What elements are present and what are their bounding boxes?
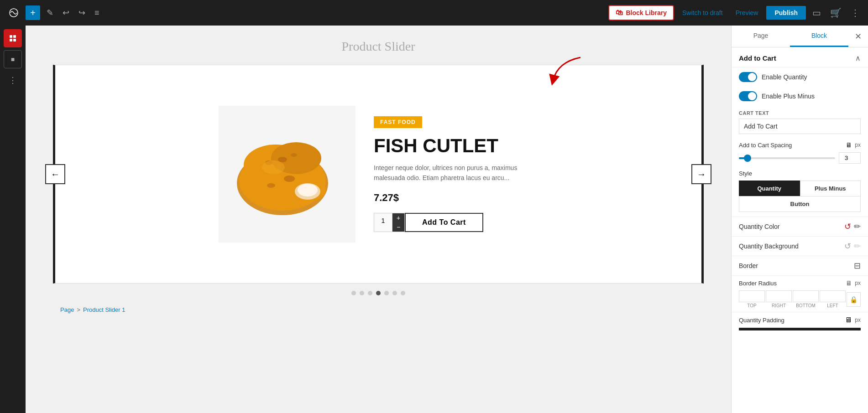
padding-label: Quantity Padding xyxy=(739,317,842,324)
dot-6[interactable] xyxy=(392,291,397,295)
br-bottom-label: BOTTOM xyxy=(796,303,816,308)
right-panel: Page Block ✕ Add to Cart ∧ Enable Quanti… xyxy=(731,26,868,413)
style-quantity-button[interactable]: Quantity xyxy=(739,181,800,196)
svg-rect-1 xyxy=(10,35,12,38)
spacing-unit: px xyxy=(855,142,861,148)
enable-quantity-row: Enable Quantity xyxy=(732,67,868,87)
section-title: Add to Cart xyxy=(739,54,776,62)
style-button-button[interactable]: Button xyxy=(739,196,861,212)
br-right-label: RIGHT xyxy=(772,303,786,308)
enable-quantity-label: Enable Quantity xyxy=(762,73,807,81)
product-slider-frame: ← → xyxy=(53,65,704,284)
sidebar-block-icon[interactable] xyxy=(4,29,22,47)
menu-button[interactable]: ≡ xyxy=(92,6,102,20)
cart-text-label: CART TEXT xyxy=(739,110,861,116)
product-content: FAST FOOD FISH CUTLET Integer neque dolo… xyxy=(191,88,565,261)
wp-logo xyxy=(5,5,22,21)
panel-header: Page Block ✕ xyxy=(732,26,868,47)
page-title: Product Slider xyxy=(53,39,704,54)
br-top-label: TOP xyxy=(747,303,756,308)
tab-page[interactable]: Page xyxy=(732,26,790,47)
border-label: Border xyxy=(739,262,758,269)
cart-text-input[interactable] xyxy=(739,119,861,134)
sidebar-toggle-button[interactable]: ▭ xyxy=(810,5,824,20)
breadcrumb: Page > Product Slider 1 xyxy=(53,303,704,317)
product-info: FAST FOOD FISH CUTLET Integer neque dolo… xyxy=(374,116,538,232)
dot-1[interactable] xyxy=(351,291,356,295)
quantity-plus-button[interactable]: + xyxy=(392,213,404,222)
publish-button[interactable]: Publish xyxy=(766,6,806,20)
style-section: Style Quantity Plus Minus Button xyxy=(732,165,868,217)
cart-icon-button[interactable]: 🛒 xyxy=(827,5,844,20)
br-unit: px xyxy=(855,280,861,286)
product-price: 7.27$ xyxy=(374,192,538,204)
block-library-icon: 🛍 xyxy=(616,9,623,17)
enable-plus-minus-toggle[interactable] xyxy=(739,91,757,101)
product-description: Integer neque dolor, ultrices non purus … xyxy=(374,163,538,183)
spacing-slider-track[interactable] xyxy=(739,155,835,162)
quantity-box: 1 + − xyxy=(374,213,405,232)
border-settings-button[interactable]: ⊟ xyxy=(854,261,861,271)
tab-block[interactable]: Block xyxy=(790,26,848,47)
product-tag: FAST FOOD xyxy=(374,116,422,128)
panel-close-button[interactable]: ✕ xyxy=(848,26,868,47)
enable-plus-minus-row: Enable Plus Minus xyxy=(732,87,868,106)
border-row: Border ⊟ xyxy=(732,256,868,275)
quantity-bg-row: Quantity Background ↺ ✏ xyxy=(732,236,868,256)
svg-rect-3 xyxy=(10,39,12,41)
next-slide-button[interactable]: → xyxy=(691,164,711,184)
enable-quantity-toggle[interactable] xyxy=(739,72,757,82)
sidebar-layout-icon[interactable]: ■ xyxy=(4,50,22,68)
topbar: + ✎ ↩ ↪ ≡ 🛍 Block Library Switch to draf… xyxy=(0,0,868,26)
redo-button[interactable]: ↪ xyxy=(76,6,88,20)
border-radius-section: Border Radius 🖥 px TOP RIGHT BO xyxy=(732,275,868,312)
br-device-icon: 🖥 xyxy=(846,279,852,287)
tools-button[interactable]: ✎ xyxy=(44,6,56,20)
dot-7[interactable] xyxy=(401,291,405,295)
padding-header: Quantity Padding 🖥 px xyxy=(739,316,861,324)
quantity-bg-reset-button[interactable]: ↺ xyxy=(844,241,851,251)
dot-5[interactable] xyxy=(384,291,389,295)
br-top-input[interactable] xyxy=(739,290,765,302)
block-library-button[interactable]: 🛍 Block Library xyxy=(608,5,674,21)
quantity-color-edit-button[interactable]: ✏ xyxy=(854,222,861,232)
quantity-color-reset-button[interactable]: ↺ xyxy=(844,222,851,232)
br-lock-button[interactable]: 🔒 xyxy=(847,292,861,307)
svg-point-17 xyxy=(262,160,285,174)
border-radius-inputs: TOP RIGHT BOTTOM LEFT 🔒 xyxy=(739,290,861,308)
breadcrumb-current[interactable]: Product Slider 1 xyxy=(83,306,125,313)
add-block-button[interactable]: + xyxy=(26,5,40,20)
br-bottom-input[interactable] xyxy=(793,290,819,302)
quantity-minus-button[interactable]: − xyxy=(392,222,404,232)
style-label: Style xyxy=(739,170,861,177)
add-to-cart-button[interactable]: Add To Cart xyxy=(405,213,483,232)
svg-point-16 xyxy=(298,184,318,196)
quantity-bg-edit-button[interactable]: ✏ xyxy=(854,241,861,251)
switch-to-draft-button[interactable]: Switch to draft xyxy=(678,6,727,19)
svg-rect-4 xyxy=(13,39,16,41)
breadcrumb-home[interactable]: Page xyxy=(60,306,74,313)
spacing-section: Add to Cart Spacing 🖥 px xyxy=(732,139,868,165)
prev-slide-button[interactable]: ← xyxy=(45,164,65,184)
dot-2[interactable] xyxy=(360,291,364,295)
quantity-bg-label: Quantity Background xyxy=(739,243,799,250)
section-collapse-button[interactable]: ∧ xyxy=(855,54,861,62)
product-name: FISH CUTLET xyxy=(374,135,538,156)
quantity-buttons: + − xyxy=(392,213,404,232)
dot-4[interactable] xyxy=(376,291,381,295)
br-right-input[interactable] xyxy=(766,290,792,302)
options-button[interactable]: ⋮ xyxy=(848,5,863,20)
style-plus-minus-button[interactable]: Plus Minus xyxy=(800,181,861,196)
undo-button[interactable]: ↩ xyxy=(60,6,72,20)
left-sidebar: ■ ⋮ xyxy=(0,26,26,413)
sidebar-more-icon[interactable]: ⋮ xyxy=(4,71,22,89)
quantity-color-row: Quantity Color ↺ ✏ xyxy=(732,217,868,236)
dot-3[interactable] xyxy=(368,291,372,295)
svg-point-13 xyxy=(267,183,275,188)
slider-dots xyxy=(53,284,704,303)
product-image xyxy=(219,106,356,243)
spacing-value-input[interactable] xyxy=(839,152,861,164)
br-left-input[interactable] xyxy=(820,290,846,302)
quantity-bg-actions: ↺ ✏ xyxy=(844,241,861,251)
preview-button[interactable]: Preview xyxy=(731,6,763,19)
